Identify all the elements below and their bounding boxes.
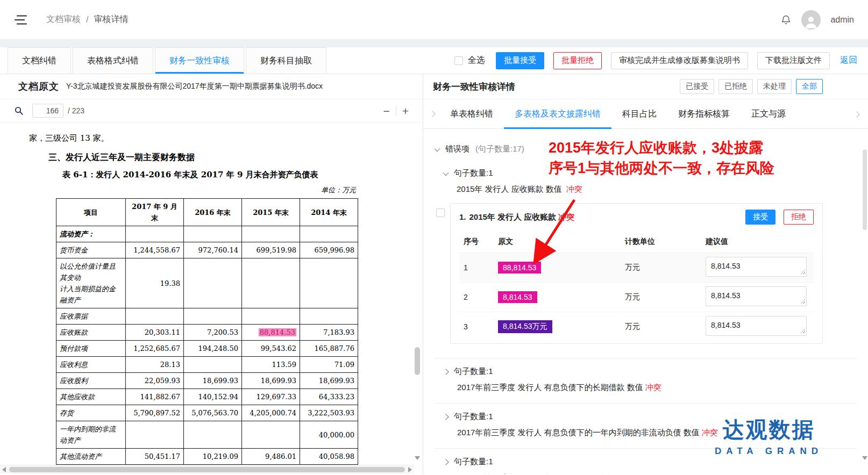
doc-table-value-cell: [184, 308, 242, 325]
zoom-in-button[interactable]: +: [402, 105, 409, 117]
doc-table-value-cell: 19.38: [126, 258, 184, 308]
vscroll-thumb[interactable]: [415, 347, 420, 375]
status-filter-button[interactable]: 全部: [796, 79, 823, 94]
tabs-scroll-left-icon[interactable]: [425, 112, 439, 116]
doc-table-label-cell: 应收股利: [56, 373, 126, 389]
card-table-header-cell: 计数单位: [621, 231, 701, 253]
doc-table-row: 流动资产：: [56, 226, 358, 242]
issue-card: 1.2015年 发行人 应收账款冲突 接受 拒绝 序号原文计数单位建议值 188…: [450, 203, 823, 344]
batch-reject-button[interactable]: 批量拒绝: [553, 52, 602, 69]
breadcrumb-doc-review[interactable]: 文档审核: [46, 14, 81, 25]
scroll-down-arrow-icon[interactable]: [415, 460, 420, 470]
chevron-right-icon[interactable]: [443, 459, 449, 465]
scroll-down-arrow-icon[interactable]: [862, 460, 867, 470]
error-group-header[interactable]: 错误项 (句子数量:17): [435, 144, 868, 154]
mode-tab[interactable]: 文档纠错: [8, 47, 71, 74]
suggestion-cell: [701, 253, 814, 283]
doc-table-value-cell: 129,697.33: [242, 389, 300, 405]
doc-table-value-cell: [184, 357, 242, 373]
select-all-checkbox[interactable]: [454, 56, 463, 65]
issue-checkbox[interactable]: [436, 208, 445, 217]
mode-tab[interactable]: 财务一致性审核: [155, 47, 244, 74]
error-item-desc: 2017年前三季度 发行人 负债合计 数值冲突: [457, 473, 857, 474]
document-horizontal-scrollbar[interactable]: [0, 465, 414, 474]
vscroll-thumb[interactable]: [863, 149, 867, 230]
doc-table-value-cell: 1,244,558.67: [126, 242, 184, 258]
review-tab[interactable]: 单表格纠错: [439, 99, 504, 129]
review-tab[interactable]: 正文与源: [741, 99, 796, 129]
doc-table-row: 其他流动资产50,451.1710,219.099,486.0140,058.9…: [56, 449, 358, 465]
error-item-header[interactable]: 句子数量:1: [444, 366, 857, 377]
review-tab[interactable]: 科目占比: [611, 99, 667, 129]
doc-table-value-cell: 28.13: [126, 357, 184, 373]
card-table-header-cell: 建议值: [701, 231, 814, 253]
original-value-chip[interactable]: 88,814.53: [498, 262, 541, 274]
conflict-label: 冲突: [566, 184, 582, 193]
issue-card-title-row: 1.2015年 发行人 应收账款冲突 接受 拒绝: [459, 210, 814, 225]
error-item: 句子数量:12017年前三季度 发行人 有息负债下的长期借款 数值冲突: [434, 358, 857, 403]
hscroll-thumb[interactable]: [9, 467, 405, 472]
notification-bell-icon[interactable]: [780, 13, 792, 26]
suggestion-input[interactable]: [706, 257, 807, 277]
doc-table-value-cell: 10,219.09: [184, 449, 242, 465]
doc-table-row: 一年内到期的非流动资产40,000.00: [56, 421, 358, 449]
scroll-left-arrow-icon[interactable]: [2, 467, 6, 472]
status-filter-button[interactable]: 未处理: [757, 79, 792, 94]
document-vertical-scrollbar[interactable]: [415, 124, 420, 461]
review-tab[interactable]: 财务指标核算: [667, 99, 741, 129]
select-all-label: 全选: [468, 55, 485, 66]
accept-button[interactable]: 接受: [745, 210, 775, 225]
row-index: 1: [459, 253, 494, 283]
avatar[interactable]: [801, 10, 821, 30]
mode-tab[interactable]: 表格格式纠错: [73, 47, 153, 74]
review-tab[interactable]: 多表格及表文披露纠错: [504, 99, 611, 129]
doc-section-heading: 三、发行人近三年及一期主要财务数据: [48, 152, 401, 163]
topbar: 文档审核 / 审核详情 admin: [0, 0, 868, 40]
chevron-right-icon[interactable]: [443, 369, 449, 375]
zoom-divider: [396, 106, 396, 116]
original-value-cell: 88,814.53: [494, 253, 621, 283]
doc-table-value-cell: [300, 258, 358, 308]
doc-table-value-cell: 7,200.53: [184, 325, 242, 341]
select-all[interactable]: 全选: [454, 47, 485, 74]
page-number-input[interactable]: [32, 104, 63, 118]
sentence-count: 句子数量:1: [454, 412, 493, 422]
topbar-right: admin: [780, 10, 854, 30]
back-link[interactable]: 返回: [840, 55, 857, 66]
sentence-desc-text: 2017年前三季度 发行人 有息负债下的长期借款 数值: [457, 383, 643, 392]
suggestion-input[interactable]: [706, 316, 807, 336]
reject-button[interactable]: 拒绝: [784, 210, 814, 225]
username[interactable]: admin: [830, 15, 854, 25]
suggestion-wrapper: [706, 257, 807, 277]
doc-table-label-cell: 流动资产：: [56, 226, 126, 242]
doc-table-value-cell: [300, 308, 358, 325]
tabs-scroll-right-icon[interactable]: [850, 99, 864, 129]
original-value-chip[interactable]: 8,814.53万元: [498, 320, 552, 333]
error-item-header[interactable]: 句子数量:1: [444, 412, 857, 422]
doc-table-value-cell: [242, 308, 300, 325]
menu-toggle-icon[interactable]: [14, 15, 28, 25]
original-value-chip[interactable]: 8,814.53: [498, 291, 537, 303]
doc-paragraph: 家，三级公司 13 家。: [29, 133, 401, 143]
download-annotated-button[interactable]: 下载批注版文件: [757, 52, 830, 69]
batch-accept-button[interactable]: 批量接受: [496, 52, 544, 69]
zoom-out-button[interactable]: −: [383, 105, 389, 117]
scroll-right-arrow-icon[interactable]: [408, 467, 412, 472]
chevron-down-icon[interactable]: [443, 169, 449, 175]
sentence-group-header[interactable]: 句子数量:1: [444, 168, 868, 178]
status-filter-button[interactable]: 已接受: [680, 79, 714, 94]
magnifier-icon[interactable]: [14, 106, 24, 116]
doc-table-label-cell: 应收利息: [56, 357, 126, 373]
review-vertical-scrollbar[interactable]: [863, 131, 867, 460]
error-item-header[interactable]: 句子数量:1: [444, 457, 857, 467]
status-filter-button[interactable]: 已拒绝: [718, 79, 753, 94]
chevron-down-icon[interactable]: [434, 145, 440, 151]
mode-tab[interactable]: 财务科目抽取: [246, 47, 326, 74]
doc-table-label-cell: 预付款项: [56, 341, 126, 357]
complete-generate-button[interactable]: 审核完成并生成修改版募集说明书: [611, 52, 748, 69]
suggestion-input[interactable]: [706, 286, 807, 306]
chevron-right-icon[interactable]: [443, 414, 449, 420]
doc-table-value-cell: 9,486.01: [242, 449, 300, 465]
issue-card-title: 1.2015年 发行人 应收账款冲突: [459, 212, 574, 222]
doc-table-row: 应收股利22,059.9318,699.9318,699.9318,699.93: [56, 373, 358, 389]
